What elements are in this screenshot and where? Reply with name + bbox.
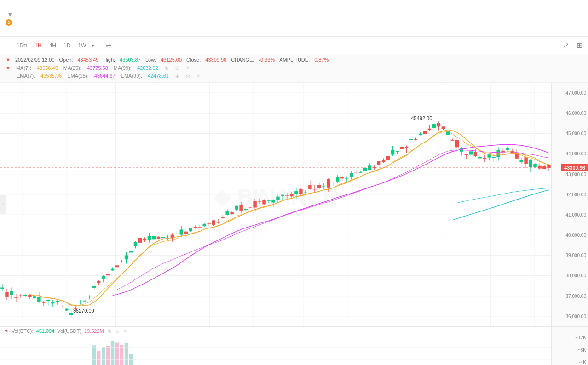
ma7-value: 43656.45 bbox=[37, 64, 58, 73]
ma25-value: 43775.58 bbox=[87, 64, 108, 73]
open-label: Open: bbox=[59, 56, 73, 64]
vol-icon2[interactable]: ◎ bbox=[115, 328, 120, 333]
change-value2: -0.33% bbox=[259, 56, 275, 64]
ma25-label: MA(25): bbox=[63, 64, 81, 73]
change-label2: CHANGE: bbox=[231, 56, 254, 64]
grid-icon[interactable]: ⊞ bbox=[576, 41, 582, 50]
volume-axis: ~12K ~8K ~4K ~0.0 bbox=[551, 327, 588, 365]
ohlc-row: ▼ 2022/02/09 12:00 Open: 43453.49 High: … bbox=[6, 56, 582, 64]
ema7-label: EMA(7): bbox=[17, 72, 35, 80]
price-axis: 47,000.0046,000.0045,000.0044,000.0043,0… bbox=[551, 83, 588, 326]
current-price-highlight: 43309.96 bbox=[561, 164, 588, 171]
ema99-value: 42478.61 bbox=[148, 72, 169, 80]
volume-container: ▼ Vol(BTC): 451.094 Vol(USDT) 19.522M ◉ … bbox=[0, 326, 588, 365]
open-value: 43453.49 bbox=[78, 56, 99, 64]
toolbar-separator bbox=[98, 41, 98, 50]
price-label-45000: 45,000.00 bbox=[566, 131, 587, 136]
ma-row: ▼ MA(7): 43656.45 MA(25): 43775.58 MA(99… bbox=[6, 64, 582, 73]
price-label-41000: 41,000.00 bbox=[566, 212, 587, 217]
chart-canvas-area[interactable] bbox=[0, 83, 551, 326]
ma99-label: MA(99): bbox=[114, 64, 132, 73]
header: ▾ ₿ bbox=[0, 0, 588, 37]
sidebar-toggle[interactable]: ‹ bbox=[0, 195, 6, 214]
price-label-38000: 38,000.00 bbox=[566, 273, 587, 278]
vol-usdt-val: 19.522M bbox=[84, 328, 104, 334]
price-label-47000: 47,000.00 bbox=[566, 90, 587, 95]
volume-canvas-area: ▼ Vol(BTC): 451.094 Vol(USDT) 19.522M ◉ … bbox=[0, 327, 551, 365]
amplitude-value: 0.87% bbox=[314, 56, 329, 64]
interval-dropdown-arrow[interactable]: ▾ bbox=[92, 42, 94, 49]
volume-info-row: ▼ Vol(BTC): 451.094 Vol(USDT) 19.522M ◉ … bbox=[0, 327, 551, 335]
price-label-43000: 43,000.00 bbox=[566, 171, 587, 177]
ema-icon1[interactable]: ◉ bbox=[175, 73, 179, 80]
ema-icon2[interactable]: ◎ bbox=[186, 73, 190, 80]
ema25-label: EMA(25): bbox=[67, 72, 88, 80]
time-label bbox=[6, 44, 13, 47]
stats-bar bbox=[88, 18, 582, 19]
price-label-37000: 37,000.00 bbox=[566, 293, 587, 298]
high-value: 43503.87 bbox=[120, 56, 141, 64]
expand-icon[interactable]: ⤢ bbox=[563, 41, 569, 50]
interval-1h[interactable]: 1H bbox=[31, 41, 45, 50]
pair-dropdown-arrow[interactable]: ▾ bbox=[8, 11, 12, 18]
ma99-value: 42632.02 bbox=[137, 64, 158, 73]
volume-chart-canvas bbox=[0, 335, 551, 365]
toolbar-right: ⤢ ⊞ bbox=[541, 41, 582, 50]
price-label-39000: 39,000.00 bbox=[566, 253, 587, 258]
interval-15m[interactable]: 15m bbox=[13, 41, 31, 50]
high-label: High: bbox=[103, 56, 115, 64]
vol-axis-4k: ~4K bbox=[578, 360, 586, 365]
btc-icon: ₿ bbox=[6, 19, 12, 26]
amplitude-label: AMPLITUDE: bbox=[279, 56, 310, 64]
interval-1w[interactable]: 1W bbox=[74, 41, 90, 50]
triangle-down-icon: ▼ bbox=[6, 56, 11, 64]
toolbar: 15m 1H 4H 1D 1W ▾ ⇌ ⤢ ⊞ bbox=[0, 37, 588, 54]
low-label: Low: bbox=[145, 56, 156, 64]
ma-icon1[interactable]: ◉ bbox=[165, 64, 169, 72]
ma-triangle: ▼ bbox=[6, 64, 11, 73]
main-chart-canvas bbox=[0, 83, 551, 326]
chart-info: ▼ 2022/02/09 12:00 Open: 43453.49 High: … bbox=[0, 54, 588, 83]
ma-icon3[interactable]: ✕ bbox=[186, 64, 190, 72]
ema-icon3[interactable]: ✕ bbox=[196, 73, 200, 80]
interval-1d[interactable]: 1D bbox=[60, 41, 74, 50]
vol-btc-val: 451.094 bbox=[36, 328, 55, 334]
price-label-40000: 40,000.00 bbox=[566, 233, 587, 238]
interval-4h[interactable]: 4H bbox=[46, 41, 60, 50]
vol-icon3[interactable]: ✕ bbox=[123, 328, 127, 333]
ema25-value: 43644.67 bbox=[94, 72, 115, 80]
chart-date: 2022/02/09 12:00 bbox=[15, 56, 55, 64]
pair-name: ▾ bbox=[6, 11, 79, 18]
ema-row: EMA(7): 43535.96 EMA(25): 43644.67 EMA(9… bbox=[6, 72, 582, 80]
vol-icon1[interactable]: ◉ bbox=[108, 328, 112, 333]
vol-triangle: ▼ bbox=[4, 328, 9, 334]
price-label-46000: 46,000.00 bbox=[566, 111, 587, 116]
price-label-44000: 44,000.00 bbox=[566, 151, 587, 156]
ma-icon2[interactable]: ◎ bbox=[175, 64, 179, 72]
vol-usdt-label: Vol(USDT) bbox=[57, 328, 81, 334]
pair-info: ▾ ₿ bbox=[6, 11, 79, 26]
ema99-label: EMA(99): bbox=[121, 72, 142, 80]
price-label-42000: 42,000.00 bbox=[566, 192, 587, 197]
price-label-36000: 36,000.00 bbox=[566, 314, 587, 319]
vol-axis-12k: ~12K bbox=[575, 335, 586, 340]
close-label: Close: bbox=[186, 56, 201, 64]
settings-icon[interactable]: ⇌ bbox=[106, 42, 111, 49]
low-value: 43125.00 bbox=[161, 56, 182, 64]
vol-axis-8k: ~8K bbox=[578, 348, 586, 353]
ma7-label: MA(7): bbox=[16, 64, 31, 73]
ema7-value: 43535.96 bbox=[40, 72, 62, 80]
chart-container: ‹ 47,000.0046,000.0045,000.0044,000.0043… bbox=[0, 83, 588, 326]
vol-btc-label: Vol(BTC): bbox=[12, 328, 34, 334]
close-value: 43309.96 bbox=[205, 56, 226, 64]
